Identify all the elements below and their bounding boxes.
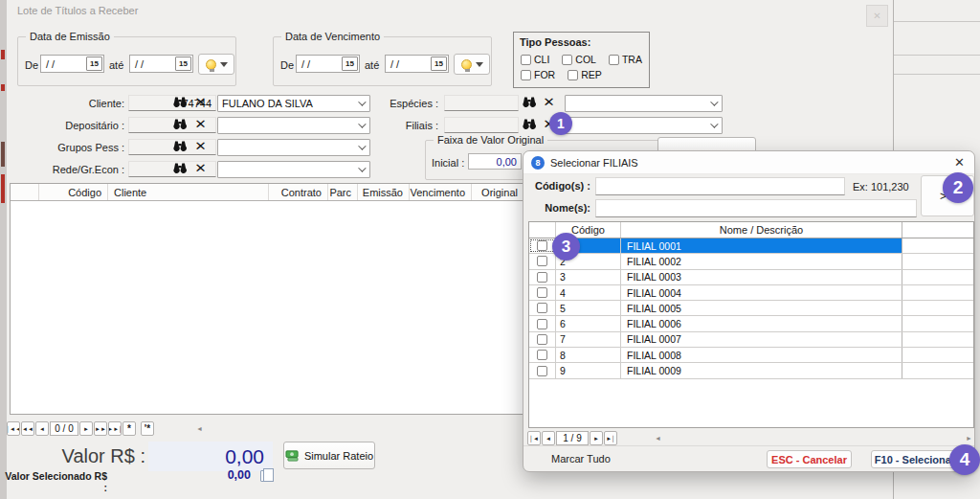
row-checkbox[interactable] [537, 272, 547, 283]
search-binoculars-icon[interactable] [172, 162, 188, 174]
search-binoculars-icon[interactable] [172, 96, 188, 108]
nomes-input[interactable] [595, 199, 917, 217]
esc-cancelar-button[interactable]: ESC - Cancelar [767, 450, 852, 468]
especies-combo[interactable] [565, 95, 723, 112]
dialog-nav-next-button[interactable]: ► [590, 431, 603, 445]
hscrollbar-left-arrow[interactable]: ◄ [196, 425, 203, 432]
filial-row[interactable]: 1FILIAL 0001 [529, 238, 973, 254]
rede-combo[interactable] [217, 161, 370, 178]
edge-artifact [1, 50, 5, 59]
vencimento-options-button[interactable] [454, 54, 490, 75]
search-binoculars-icon[interactable] [172, 118, 188, 130]
cliente-combo[interactable]: FULANO DA SILVA [217, 95, 370, 112]
checkbox[interactable] [521, 55, 531, 65]
dialog-hscrollbar-right-arrow[interactable]: ► [966, 435, 972, 442]
valor-selecionado-value: 0,00 [191, 468, 251, 482]
nav-insert-child-button[interactable]: '* [141, 421, 154, 436]
checkbox[interactable] [568, 70, 578, 80]
emissao-options-button[interactable] [198, 54, 234, 75]
search-binoculars-icon[interactable] [172, 140, 188, 152]
vencimento-de-input[interactable]: / /15 [296, 55, 360, 73]
codigos-input[interactable] [595, 177, 845, 195]
rede-label: Rede/Gr.Econ : [10, 164, 124, 175]
filial-codigo: 8 [556, 348, 621, 362]
column-header-código[interactable]: Código [39, 184, 108, 200]
filial-row[interactable]: 3FILIAL 0003 [529, 270, 973, 285]
filial-row[interactable]: 2FILIAL 0002 [529, 254, 973, 269]
clear-icon[interactable]: ✕ [194, 140, 207, 152]
nav-prev-button[interactable]: ◄ [35, 421, 49, 436]
nav-rewind-button[interactable]: ◄◄ [21, 421, 34, 436]
column-header-parc[interactable]: Parc [328, 184, 358, 200]
filial-row[interactable]: 5FILIAL 0005 [529, 301, 973, 316]
row-checkbox[interactable] [537, 366, 547, 376]
checkbox-cli[interactable]: CLI [521, 54, 549, 65]
dialog-close-icon[interactable]: ✕ [954, 155, 965, 170]
column-header-contrato[interactable]: Contrato [269, 184, 328, 200]
vencimento-ate-input[interactable]: / /15 [385, 55, 449, 73]
dialog-nav-counter: 1 / 9 [556, 431, 589, 445]
clear-icon[interactable]: ✕ [194, 96, 207, 108]
clear-icon[interactable]: ✕ [543, 96, 555, 108]
filial-codigo: 7 [556, 332, 621, 347]
nav-insert-button[interactable]: * [122, 421, 136, 436]
row-checkbox[interactable] [537, 287, 547, 298]
row-checkbox[interactable] [537, 350, 547, 360]
row-checkbox[interactable] [537, 256, 547, 266]
clear-icon[interactable]: ✕ [194, 162, 207, 174]
column-header-emissão[interactable]: Emissão [358, 184, 410, 200]
checkbox-for[interactable]: FOR [521, 69, 555, 80]
checkbox-tra[interactable]: TRA [609, 54, 642, 65]
disabled-close-button[interactable]: ✕ [866, 5, 888, 27]
calendar-icon[interactable]: 15 [431, 57, 447, 71]
search-binoculars-icon[interactable] [522, 118, 537, 130]
dialog-nav-prev-button[interactable]: ◄ [542, 431, 555, 445]
calendar-icon[interactable]: 15 [175, 57, 191, 71]
dialog-hscrollbar-left-arrow[interactable]: ◄ [655, 435, 661, 442]
column-header[interactable] [11, 184, 39, 200]
filial-nome: FILIAL 0005 [621, 301, 902, 315]
column-header-original[interactable]: Original [472, 184, 524, 200]
emissao-de-input[interactable]: / /15 [40, 55, 104, 73]
filiais-combo[interactable] [565, 117, 723, 134]
filial-row[interactable]: 9FILIAL 0009 [529, 363, 973, 378]
checkbox[interactable] [521, 70, 531, 80]
filial-row[interactable]: 8FILIAL 0008 [529, 348, 973, 363]
row-checkbox[interactable] [537, 334, 547, 345]
clear-icon[interactable]: ✕ [194, 118, 207, 130]
row-checkbox[interactable] [537, 319, 547, 329]
filial-row[interactable]: 7FILIAL 0007 [529, 332, 973, 348]
filiais-code-field[interactable] [444, 117, 519, 133]
checkbox[interactable] [562, 55, 572, 65]
filial-row[interactable]: 4FILIAL 0004 [529, 285, 973, 301]
search-binoculars-icon[interactable] [522, 96, 537, 108]
calendar-icon[interactable]: 15 [342, 57, 358, 71]
filiais-grid[interactable]: Código Nome / Descrição 1FILIAL 00012FIL… [528, 221, 974, 428]
checkbox[interactable] [609, 55, 619, 65]
nav-first-button[interactable]: │◄◄ [7, 421, 20, 436]
nav-next-button[interactable]: ► [79, 421, 93, 436]
nav-last-button[interactable]: ►►│ [108, 421, 122, 436]
app-window: Lote de Títulos a Receber ✕ Data de Emis… [0, 0, 980, 499]
marcar-tudo-label[interactable]: Marcar Tudo [551, 453, 611, 465]
especies-code-field[interactable] [444, 95, 519, 111]
filiais-label: Filiais : [364, 120, 438, 131]
nav-forward-button[interactable]: ►► [94, 421, 107, 436]
dialog-nav-last-button[interactable]: ►│ [604, 431, 617, 445]
f10-selecionar-button[interactable]: F10 - Selecionar [871, 450, 959, 468]
row-checkbox[interactable] [537, 303, 547, 313]
row-checkbox[interactable] [537, 240, 547, 251]
depositario-combo[interactable] [217, 117, 370, 134]
dialog-nav-first-button[interactable]: │◄ [527, 431, 541, 445]
checkbox-col[interactable]: COL [562, 54, 596, 65]
inicial-value-field[interactable]: 0,00 [468, 153, 522, 170]
grupos-combo[interactable] [217, 139, 370, 156]
simular-rateio-button[interactable]: Simular Rateio [283, 442, 375, 469]
checkbox-rep[interactable]: REP [568, 69, 602, 80]
column-header-vencimento[interactable]: Vencimento [410, 184, 472, 200]
filial-row[interactable]: 6FILIAL 0006 [529, 316, 973, 331]
column-header-cliente[interactable]: Cliente [108, 184, 269, 200]
emissao-ate-input[interactable]: / /15 [129, 55, 193, 73]
calendar-icon[interactable]: 15 [86, 57, 102, 71]
copy-icon[interactable] [260, 470, 270, 482]
